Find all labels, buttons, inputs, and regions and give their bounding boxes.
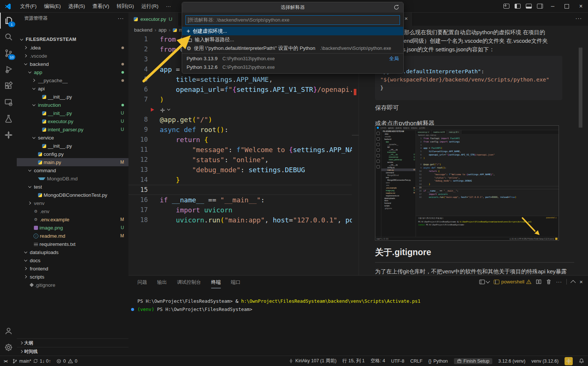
tree-item[interactable]: .idea [17, 44, 128, 52]
split-terminal-icon[interactable] [536, 279, 541, 285]
tree-item[interactable]: instruction [17, 101, 128, 109]
tree-item[interactable]: FILESREADSYSTEAM [17, 35, 128, 44]
settings-gear-icon[interactable] [0, 339, 17, 356]
tree-item[interactable]: service [17, 134, 128, 142]
menu-item[interactable]: 编辑(E) [40, 0, 64, 12]
terminal-instance-powershell[interactable]: powershell [494, 279, 531, 285]
tree-item[interactable]: ⚙.env [17, 207, 128, 215]
quick-pick-item[interactable]: Python 3.12.6C:\Python312\python.exe [182, 63, 403, 71]
ai-extension-icon[interactable] [0, 127, 17, 143]
tree-item[interactable]: __init__.py [17, 93, 128, 101]
maximize-button[interactable] [560, 0, 574, 12]
run-debug-icon[interactable] [0, 61, 17, 78]
notifications-bell-icon[interactable] [579, 358, 584, 364]
panel-tab-输出[interactable]: 输出 [157, 279, 167, 288]
explorer-icon[interactable]: 1 [0, 12, 17, 29]
remote-indicator[interactable]: >< [4, 359, 7, 363]
tree-item[interactable]: command [17, 166, 128, 174]
tree-item[interactable]: MongoDB.md [17, 174, 128, 183]
tree-item[interactable]: frontend [17, 264, 128, 273]
account-icon[interactable] [0, 323, 17, 339]
sidebar-more-actions-icon[interactable]: ··· [118, 15, 124, 21]
problems-item[interactable]: 0 0 [56, 359, 77, 364]
outline-section[interactable]: 大纲 [17, 338, 128, 347]
close-icon[interactable]: × [404, 15, 408, 22]
code-line[interactable]: 16if __name__ == "__main__": [128, 195, 359, 205]
breadcrumb-item[interactable]: app [159, 27, 167, 33]
code-line[interactable]: 11 "message": f"Welcome to {settings.APP… [128, 145, 359, 155]
minimize-button[interactable]: ─ [546, 0, 560, 12]
python-version-item[interactable]: 3.12.6 (venv) [498, 359, 525, 364]
code-line[interactable]: 13 "debug_mode": settings.DEBUG [128, 165, 359, 175]
tree-item[interactable]: backend [17, 60, 128, 68]
blame-item[interactable]: KiriAky 107 (1 周前) [289, 358, 336, 364]
tab-executor-py[interactable]: executor.py U [128, 12, 178, 26]
menu-item[interactable]: 选择(S) [64, 0, 89, 12]
remote-explorer-icon[interactable] [0, 94, 17, 110]
breadcrumb-item[interactable]: backend [134, 27, 152, 33]
menu-item[interactable]: 文件(F) [16, 0, 40, 12]
menu-item[interactable]: 运行(R) [138, 0, 162, 12]
tree-item[interactable]: docs [17, 256, 128, 264]
maximize-panel-icon[interactable] [570, 280, 576, 285]
close-panel-icon[interactable]: × [579, 279, 583, 285]
search-icon[interactable] [0, 29, 17, 45]
code-line[interactable]: 14 } [128, 175, 359, 185]
launch-profile-button[interactable] [479, 280, 489, 284]
terminal-output[interactable]: PS H:\OwnProject\FilesReadSysteam> & h:\… [137, 297, 420, 314]
code-line[interactable]: 18 uvicorn.run("main:app", host="127.0.0… [128, 215, 359, 225]
quick-pick-item[interactable]: ⚙使用 \"python.defaultInterpreterPath\" 设置… [182, 44, 403, 52]
tree-item[interactable]: scripts [17, 273, 128, 281]
indentation-item[interactable]: 空格: 4 [371, 358, 385, 364]
encoding-item[interactable]: UTF-8 [391, 359, 404, 364]
tree-item[interactable]: executor.pyU [17, 117, 128, 125]
interpreter-path-input[interactable]: 所选解释器: .\backend\venv\Scripts\python.exe [185, 15, 400, 25]
ai-status-icon[interactable] [565, 357, 573, 365]
testing-icon[interactable] [0, 110, 17, 127]
tree-item[interactable]: __init__.py [17, 142, 128, 150]
panel-tab-问题[interactable]: 问题 [137, 279, 147, 288]
tree-item[interactable]: MongoDBConnectionTest.py [17, 191, 128, 199]
preview-scrollbar[interactable] [579, 48, 582, 128]
panel-tab-终端[interactable]: 终端 [211, 279, 221, 288]
toggle-sidebar-icon[interactable] [512, 0, 523, 12]
tree-item[interactable]: requirements.txt [17, 240, 128, 248]
panel-tab-调试控制台[interactable]: 调试控制台 [177, 279, 201, 288]
tree-item[interactable]: .gitignore [17, 281, 128, 289]
tree-item[interactable]: test [17, 183, 128, 191]
customize-layout-icon[interactable] [501, 0, 512, 12]
quick-pick-item[interactable]: +创建虚拟环境... [182, 27, 403, 35]
git-branch-item[interactable]: main* 1↓ 0↑ [12, 359, 51, 364]
chevron-down-icon[interactable] [166, 107, 171, 112]
tree-item[interactable]: ireadme.mdM [17, 232, 128, 240]
kill-terminal-trash-icon[interactable] [546, 279, 552, 285]
menu-item[interactable]: ··· [162, 0, 175, 12]
tree-item[interactable]: ⚙.env.exampleM [17, 215, 128, 224]
refresh-icon[interactable] [393, 4, 400, 10]
language-mode-item[interactable]: {}Python [428, 359, 448, 364]
code-line[interactable]: 8@app.get("/") [128, 115, 359, 125]
tree-item[interactable]: config.py [17, 150, 128, 158]
tree-item[interactable]: __init__.pyU [17, 109, 128, 117]
timeline-section[interactable]: 时间线 [17, 347, 128, 356]
panel-tab-端口[interactable]: 端口 [231, 279, 241, 288]
close-window-button[interactable]: × [574, 0, 588, 12]
menu-item[interactable]: 转到(G) [113, 0, 138, 12]
code-line[interactable]: 12 "status": "online", [128, 155, 359, 165]
code-line[interactable]: 9async def root(): [128, 125, 359, 135]
tree-item[interactable]: api [17, 84, 128, 93]
quick-pick-item-action[interactable]: 全局 [389, 55, 399, 62]
inline-suggestion-row[interactable] [128, 105, 359, 115]
finish-setup-item[interactable]: Finish Setup [454, 358, 492, 364]
extensions-icon[interactable] [0, 78, 17, 94]
toggle-panel-icon[interactable] [523, 0, 534, 12]
eol-item[interactable]: CRLF [410, 359, 423, 364]
tree-item[interactable]: intent_parser.pyU [17, 125, 128, 134]
cursor-position-item[interactable]: 行 15, 列 1 [343, 358, 365, 364]
menu-item[interactable]: 查看(V) [89, 0, 113, 12]
terminal-more-actions-icon[interactable]: ··· [556, 279, 562, 285]
quick-pick-item[interactable]: 输入解释器路径... [182, 35, 403, 44]
preview-more-actions-icon[interactable]: ··· [575, 15, 582, 21]
tree-item[interactable]: image.pngU [17, 224, 128, 232]
code-line[interactable]: 6 openapi_url=f"{settings.API_V1_STR}/op… [128, 84, 359, 94]
